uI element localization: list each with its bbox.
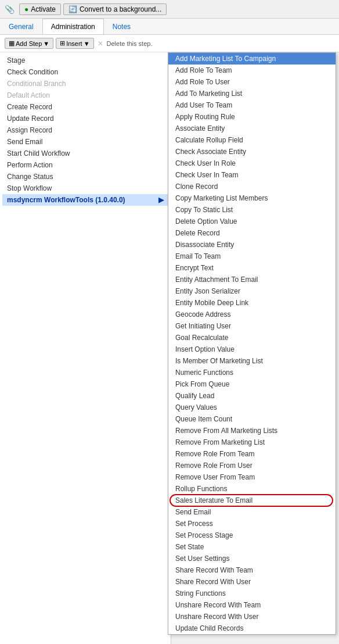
delete-step-label: Delete this step. <box>107 40 153 47</box>
menu-item-create-record[interactable]: Create Record <box>2 101 168 113</box>
dropdown-item[interactable]: Numeric Functions <box>168 367 336 378</box>
dropdown-item[interactable]: Entity Attachment To Email <box>168 274 336 285</box>
top-toolbar: 📎 ● Activate 🔄 Convert to a background..… <box>0 0 339 19</box>
insert-arrow-icon: ▼ <box>84 40 90 47</box>
menu-item-update-record[interactable]: Update Record <box>2 113 168 124</box>
add-step-button[interactable]: ▦ Add Step ▼ <box>5 38 53 49</box>
dropdown-item[interactable]: Remove Role From Team <box>168 448 336 460</box>
action-bar: ▦ Add Step ▼ ⊞ Insert ▼ ✕ Delete this st… <box>0 35 339 52</box>
dropdown-item[interactable]: Entity Mobile Deep Link <box>168 297 336 309</box>
insert-button[interactable]: ⊞ Insert ▼ <box>56 38 93 49</box>
dropdown-item[interactable]: Set Process <box>168 518 336 529</box>
left-panel: Stage Check Condition Conditional Branch… <box>0 52 171 644</box>
dropdown-item[interactable]: Update Child Records <box>168 622 336 634</box>
dropdown-item[interactable]: Check Associate Entity <box>168 146 336 158</box>
menu-item-msdyncrm[interactable]: msdyncrm WorkflowTools (1.0.40.0) ▶ <box>2 194 168 206</box>
dropdown-item[interactable]: Calculate Rollup Field <box>168 134 336 146</box>
dropdown-item[interactable]: Queue Item Count <box>168 413 336 425</box>
dropdown-item[interactable]: Remove User From Team <box>168 471 336 483</box>
dropdown-item[interactable]: Clone Record <box>168 181 336 192</box>
dropdown-item[interactable]: Geocode Address <box>168 309 336 320</box>
dropdown-item[interactable]: Apply Routing Rule <box>168 111 336 123</box>
menu-item-start-child-workflow[interactable]: Start Child Workflow <box>2 148 168 159</box>
menu-item-default-action: Default Action <box>2 90 168 101</box>
dropdown-item[interactable]: Rollup Functions <box>168 483 336 495</box>
menu-item-stop-workflow[interactable]: Stop Workflow <box>2 183 168 194</box>
dropdown-item[interactable]: Remove From Marketing List <box>168 437 336 448</box>
convert-icon: 🔄 <box>68 5 77 13</box>
dropdown-item[interactable]: Add User To Team <box>168 99 336 111</box>
dropdown-item[interactable]: Get Initiating User <box>168 320 336 332</box>
dropdown-item[interactable]: Unshare Record With User <box>168 611 336 622</box>
menu-item-assign-record[interactable]: Assign Record <box>2 124 168 136</box>
dropdown-item[interactable]: Unshare Record With Team <box>168 599 336 611</box>
menu-item-send-email[interactable]: Send Email <box>2 136 168 148</box>
paperclip-icon: 📎 <box>5 5 15 14</box>
dropdown-item[interactable]: Encrypt Text <box>168 262 336 274</box>
dropdown-item[interactable]: Copy To Static List <box>168 204 336 216</box>
menu-item-perform-action[interactable]: Perform Action <box>2 159 168 171</box>
dropdown-item[interactable]: Add Marketing List To Campaign <box>168 53 336 65</box>
dropdown-item[interactable]: Entity Json Serializer <box>168 285 336 297</box>
dropdown-item[interactable]: Delete Record <box>168 227 336 239</box>
dropdown-item[interactable]: Copy Marketing List Members <box>168 192 336 204</box>
main-area: Stage Check Condition Conditional Branch… <box>0 52 339 644</box>
convert-button[interactable]: 🔄 Convert to a background... <box>63 3 167 15</box>
dropdown-item[interactable]: Send Email <box>168 506 336 518</box>
dropdown-item[interactable]: Share Record With Team <box>168 564 336 576</box>
dropdown-item[interactable]: Associate Entity <box>168 123 336 134</box>
dropdown-item[interactable]: Set Process Stage <box>168 529 336 541</box>
dropdown-arrow-icon: ▼ <box>43 40 49 47</box>
activate-icon: ● <box>24 5 28 13</box>
dropdown-item[interactable]: Goal Recalculate <box>168 332 336 344</box>
dropdown-item[interactable]: Delete Option Value <box>168 216 336 227</box>
dropdown-item[interactable]: Remove Role From User <box>168 460 336 471</box>
dropdown-item[interactable]: Email To Team <box>168 251 336 262</box>
dropdown-item[interactable]: Sales Literature To Email <box>168 495 336 506</box>
menu-item-stage[interactable]: Stage <box>2 55 168 66</box>
arrow-right-icon: ▶ <box>158 196 164 204</box>
insert-icon: ⊞ <box>60 40 65 47</box>
menu-item-conditional-branch: Conditional Branch <box>2 78 168 90</box>
activate-button[interactable]: ● Activate <box>19 3 61 15</box>
dropdown-item[interactable]: Insert Option Value <box>168 344 336 355</box>
tab-general[interactable]: General <box>0 19 42 34</box>
dropdown-item[interactable]: Check User In Role <box>168 158 336 169</box>
tab-administration[interactable]: Administration <box>42 19 104 34</box>
dropdown-item[interactable]: Share Record With User <box>168 576 336 588</box>
tab-notes[interactable]: Notes <box>104 19 139 34</box>
right-dropdown[interactable]: Add Marketing List To CampaignAdd Role T… <box>168 52 336 635</box>
dropdown-item[interactable]: String Functions <box>168 588 336 599</box>
dropdown-item[interactable]: Is Member Of Marketing List <box>168 355 336 367</box>
dropdown-item[interactable]: Query Values <box>168 402 336 413</box>
dropdown-item[interactable]: Set User Settings <box>168 553 336 564</box>
msdyncrm-label: msdyncrm WorkflowTools (1.0.40.0) <box>7 196 125 204</box>
dropdown-item[interactable]: Pick From Queue <box>168 378 336 390</box>
add-step-icon: ▦ <box>9 40 15 47</box>
menu-item-change-status[interactable]: Change Status <box>2 171 168 183</box>
dropdown-item[interactable]: Check User In Team <box>168 169 336 181</box>
dropdown-item[interactable]: Set State <box>168 541 336 553</box>
dropdown-item[interactable]: Add Role To User <box>168 76 336 88</box>
menu-item-check-condition[interactable]: Check Condition <box>2 66 168 78</box>
separator: ✕ <box>98 40 103 48</box>
dropdown-item[interactable]: Remove From All Marketing Lists <box>168 425 336 437</box>
dropdown-item[interactable]: Disassociate Entity <box>168 239 336 251</box>
dropdown-item[interactable]: Qualify Lead <box>168 390 336 402</box>
dropdown-item[interactable]: Add To Marketing List <box>168 88 336 99</box>
tabs-bar: General Administration Notes <box>0 19 339 35</box>
dropdown-item[interactable]: Add Role To Team <box>168 65 336 76</box>
